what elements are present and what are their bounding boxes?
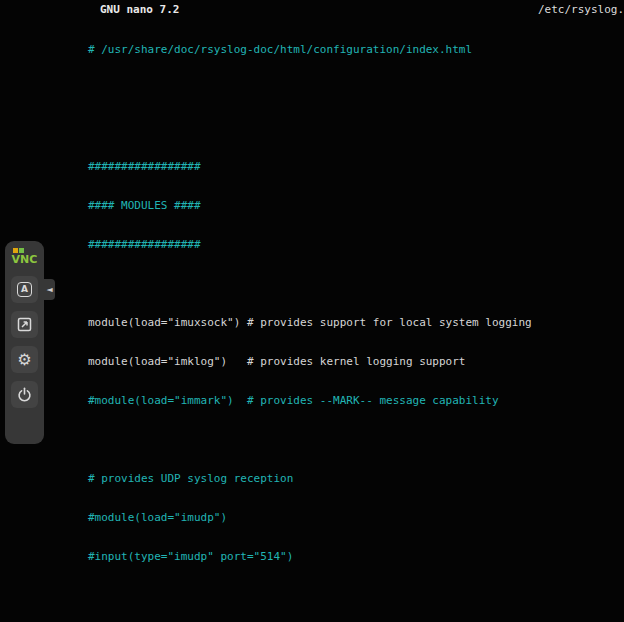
- editor-line: #################: [88, 160, 624, 173]
- gear-icon: ⚙: [17, 352, 31, 368]
- terminal-screen[interactable]: GNU nano 7.2 /etc/rsyslog. # /usr/share/…: [0, 0, 624, 622]
- novnc-logo-text: VNC: [12, 254, 38, 266]
- keyboard-button[interactable]: A: [11, 276, 38, 303]
- power-button[interactable]: [11, 381, 38, 408]
- keyboard-key-icon: A: [17, 282, 32, 297]
- editor-line-text: module(load="imklog") # provides kernel …: [88, 355, 466, 368]
- nano-titlebar: GNU nano 7.2 /etc/rsyslog.: [88, 3, 624, 16]
- editor-content: # /usr/share/doc/rsyslog-doc/html/config…: [88, 17, 624, 622]
- editor-line: [88, 433, 624, 446]
- editor-line-text: #module(load="imudp"): [88, 511, 227, 524]
- editor-line: module(load="imuxsock") # provides suppo…: [88, 316, 624, 329]
- power-icon: [17, 387, 32, 402]
- editor-line: [88, 589, 624, 602]
- editor-line-text: module(load="imuxsock") # provides suppo…: [88, 316, 532, 329]
- editor-line-text: # provides UDP syslog reception: [88, 472, 293, 485]
- editor-line: module(load="imklog") # provides kernel …: [88, 355, 624, 368]
- editor-line: #input(type="imudp" port="514"): [88, 550, 624, 563]
- editor-line-text: #################: [88, 160, 201, 173]
- novnc-logo: VNC: [12, 248, 38, 266]
- editor-line-text: #### MODULES ####: [88, 199, 201, 212]
- fullscreen-icon: [17, 317, 32, 332]
- editor-line: #################: [88, 238, 624, 251]
- editor-line-text: #input(type="imudp" port="514"): [88, 550, 293, 563]
- editor-line-text: #################: [88, 238, 201, 251]
- editor-line: [88, 121, 624, 134]
- collapse-arrow-icon: ◄: [46, 285, 52, 294]
- novnc-control-bar: VNC A ⚙: [5, 241, 44, 444]
- fullscreen-button[interactable]: [11, 311, 38, 338]
- editor-line: # /usr/share/doc/rsyslog-doc/html/config…: [88, 43, 624, 56]
- editor-line: [88, 277, 624, 290]
- settings-button[interactable]: ⚙: [11, 346, 38, 373]
- editor-line: # provides UDP syslog reception: [88, 472, 624, 485]
- nano-file-path: /etc/rsyslog.: [538, 3, 624, 16]
- control-bar-collapse-handle[interactable]: ◄: [44, 279, 55, 300]
- editor-line-text: # /usr/share/doc/rsyslog-doc/html/config…: [88, 43, 472, 56]
- nano-app-title: GNU nano 7.2: [88, 3, 179, 16]
- editor-line: #### MODULES ####: [88, 199, 624, 212]
- editor-line: #module(load="immark") # provides --MARK…: [88, 394, 624, 407]
- editor-line: [88, 82, 624, 95]
- editor-line: #module(load="imudp"): [88, 511, 624, 524]
- editor-line-text: #module(load="immark") # provides --MARK…: [88, 394, 499, 407]
